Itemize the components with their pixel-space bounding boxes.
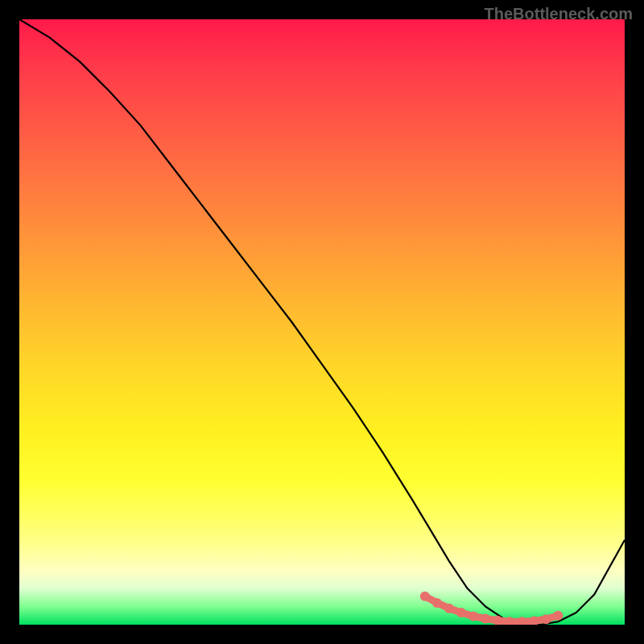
marker-dot [420, 592, 430, 601]
marker-dot [541, 614, 551, 624]
bottleneck-curve [19, 19, 625, 625]
marker-dot [469, 611, 478, 621]
marker-dot [444, 604, 454, 613]
plot-area [19, 19, 625, 625]
chart-svg [19, 19, 625, 625]
marker-dot [432, 598, 442, 608]
marker-dot [456, 608, 466, 617]
optimal-markers [420, 592, 563, 625]
marker-dot [481, 613, 490, 623]
watermark-text: TheBottleneck.com [485, 5, 633, 23]
marker-dot [553, 611, 563, 621]
